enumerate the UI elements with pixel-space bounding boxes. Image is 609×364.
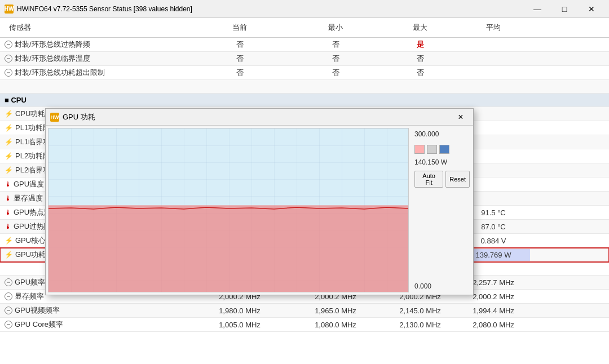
table-row: 封装/环形总线过热降频 否 否 是 [0,38,609,52]
popup-icon: HW [50,113,59,122]
lightning-icon: ⚡ [5,237,13,245]
chart-bottom-value: 0.000 [414,282,470,290]
maximize-button[interactable]: □ [551,0,577,18]
chart-right-panel: 300.000 140.150 W Auto Fit Reset 0.000 [411,126,473,295]
thermometer-icon: 🌡 [5,223,11,230]
close-button[interactable]: ✕ [579,0,604,18]
app-icon: HW [5,5,14,14]
thermometer-icon: 🌡 [5,180,11,188]
minus-icon [5,69,12,77]
button-row: Auto Fit Reset [414,171,470,188]
minus-icon [5,292,12,300]
lightning-icon: ⚡ [5,110,13,118]
table-row: GPU视频频率 1,980.0 MHz 1,965.0 MHz 2,145.0 … [0,304,609,318]
lightning-icon: ⚡ [5,152,13,160]
sensor-name-cell: 封装/环形总线临界温度 [0,52,192,65]
reset-button[interactable]: Reset [445,171,470,188]
lightning-icon: ⚡ [5,251,13,259]
chart-mid-value: 140.150 W [414,158,470,166]
minus-icon [5,55,12,63]
gpu-power-popup: HW GPU 功耗 × [45,108,474,295]
column-headers: 传感器 当前 最小 最大 平均 [0,18,609,38]
table-row: 封装/环形总线功耗超出限制 否 否 否 [0,66,609,80]
minus-icon [5,41,12,48]
main-area: 传感器 当前 最小 最大 平均 封装/环形总线过热降频 否 否 是 封装/环 [0,18,609,364]
sensor-name-cell: 封装/环形总线功耗超出限制 [0,66,192,79]
table-row: 封装/环形总线临界温度 否 否 否 [0,52,609,66]
sensor-name-cell: 封装/环形总线过热降频 [0,38,192,51]
minimize-button[interactable]: — [524,0,550,18]
color-squares [414,145,470,154]
section-label: ■ CPU [0,94,192,106]
popup-close-button[interactable]: × [453,110,469,124]
lightning-icon: ⚡ [5,166,13,174]
col-current: 当前 [192,20,288,35]
popup-title: GPU 功耗 [63,112,449,122]
col-min: 最小 [288,20,383,35]
title-bar-text: HWiNFO64 v7.72-5355 Sensor Status [398 v… [17,5,521,13]
lightning-icon: ⚡ [5,124,13,132]
popup-content: 300.000 140.150 W Auto Fit Reset 0.000 [46,126,473,295]
section-header-cpu: ■ CPU [0,94,609,107]
col-max: 最大 [383,20,457,35]
thermometer-icon: 🌡 [5,208,11,216]
lightning-icon: ⚡ [5,138,13,146]
col-sensor: 传感器 [0,20,192,35]
title-bar: HW HWiNFO64 v7.72-5355 Sensor Status [39… [0,0,609,18]
chart-top-value: 300.000 [414,130,470,138]
popup-title-bar: HW GPU 功耗 × [46,109,473,126]
window-controls: — □ ✕ [524,0,604,18]
color-sq-blue [439,145,449,154]
svg-rect-2 [48,205,408,292]
color-sq-gray [427,145,437,154]
color-sq-pink [414,145,425,154]
minus-icon [5,278,12,286]
auto-fit-button[interactable]: Auto Fit [414,171,443,188]
chart-area [48,128,409,292]
table-row [0,80,609,94]
col-avg: 平均 [457,20,530,35]
thermometer-icon: 🌡 [5,194,11,202]
minus-icon [5,307,12,314]
table-row: GPU Core频率 1,005.0 MHz 1,080.0 MHz 2,130… [0,318,609,332]
minus-icon [5,321,12,329]
